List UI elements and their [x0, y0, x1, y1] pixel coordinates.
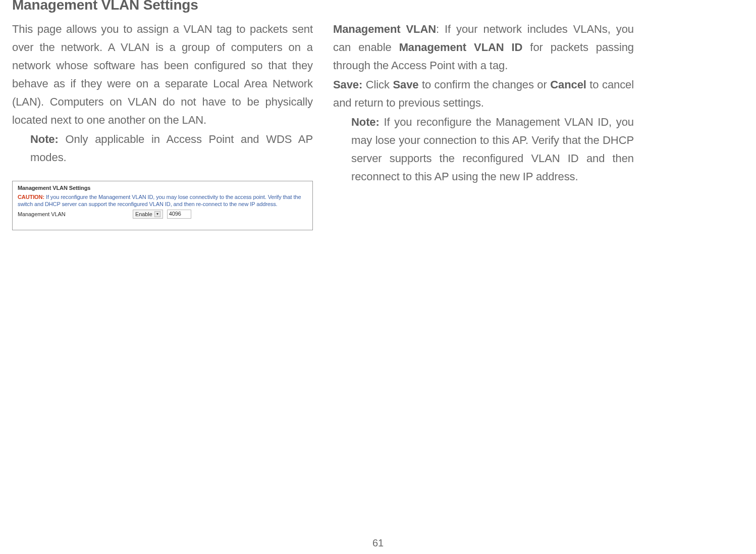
save-bold-2: Cancel — [550, 78, 586, 91]
right-column: Management VLAN: If your network include… — [333, 20, 634, 230]
dropdown-selected-value: Enable — [135, 211, 152, 218]
save-paragraph: Save: Click Save to confirm the changes … — [333, 76, 634, 112]
management-vlan-input[interactable]: 4096 — [167, 210, 191, 219]
chevron-down-icon: ▾ — [154, 211, 160, 217]
management-vlan-label: Management VLAN — [18, 211, 129, 218]
document-page: Management VLAN Settings This page allow… — [0, 0, 756, 554]
management-vlan-paragraph: Management VLAN: If your network include… — [333, 20, 634, 75]
screenshot-caution: CAUTION: If you reconfigure the Manageme… — [18, 193, 307, 208]
caution-label: CAUTION: — [18, 194, 44, 200]
note-text-right: If you reconfigure the Management VLAN I… — [351, 116, 634, 183]
settings-screenshot: Management VLAN Settings CAUTION: If you… — [12, 181, 313, 230]
save-heading: Save: — [333, 78, 362, 91]
save-text-2: to confirm the changes or — [418, 78, 550, 91]
caution-text: If you reconfigure the Management VLAN I… — [18, 194, 301, 207]
note-label: Note: — [30, 133, 59, 145]
page-title: Management VLAN Settings — [12, 0, 198, 13]
note-label-right: Note: — [351, 116, 380, 128]
note-paragraph-right: Note: If you reconfigure the Management … — [333, 113, 634, 186]
note-text: Only applicable in Access Point and WDS … — [30, 133, 313, 164]
management-vlan-heading: Management VLAN — [333, 23, 436, 35]
note-paragraph: Note: Only applicable in Access Point an… — [12, 130, 313, 167]
save-text-1: Click — [362, 78, 393, 91]
management-vlan-dropdown[interactable]: Enable ▾ — [133, 210, 163, 219]
management-vlan-id-bold: Management VLAN ID — [399, 41, 523, 54]
screenshot-title: Management VLAN Settings — [18, 184, 307, 191]
intro-paragraph: This page allows you to assign a VLAN ta… — [12, 20, 313, 129]
management-vlan-row: Management VLAN Enable ▾ 4096 — [18, 210, 307, 219]
save-bold-1: Save — [393, 78, 418, 91]
two-column-layout: This page allows you to assign a VLAN ta… — [12, 20, 744, 230]
left-column: This page allows you to assign a VLAN ta… — [12, 20, 313, 230]
page-number: 61 — [0, 537, 756, 549]
